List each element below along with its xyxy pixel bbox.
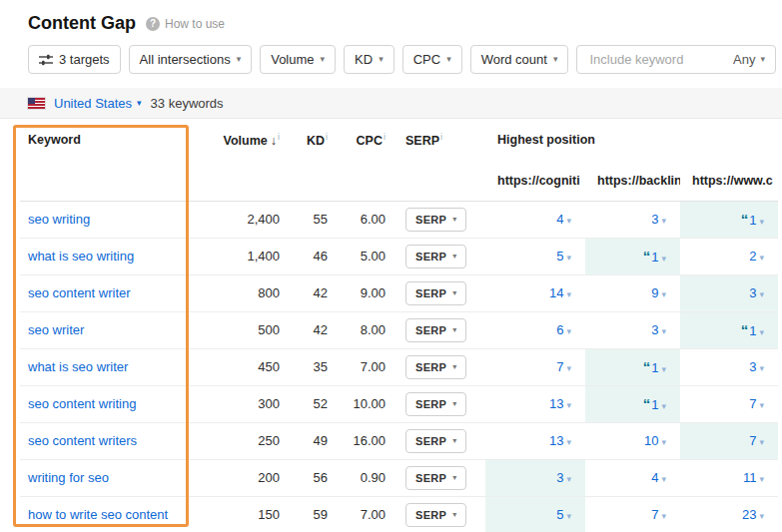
keyword-link[interactable]: what is seo writing	[28, 249, 134, 264]
table-row: seo content writing3005210.00SERP▾13▾“1▾…	[20, 385, 778, 422]
serp-button[interactable]: SERP▾	[405, 245, 466, 268]
chevron-down-icon[interactable]: ▾	[759, 289, 764, 299]
keyword-link[interactable]: how to write seo content	[28, 507, 168, 522]
keyword-link[interactable]: what is seo writer	[28, 359, 128, 374]
position-link[interactable]: 10	[644, 433, 658, 448]
column-header-volume[interactable]: Volume↓i	[190, 119, 290, 161]
position-link[interactable]: 23	[742, 507, 756, 522]
chevron-down-icon[interactable]: ▾	[566, 253, 571, 263]
position-link[interactable]: 13	[549, 433, 563, 448]
position-cell: 7▾	[680, 385, 778, 422]
include-keyword-input[interactable]	[587, 51, 733, 68]
kd-filter-dropdown[interactable]: KD ▾	[344, 45, 394, 74]
column-header-serp[interactable]: SERPi	[395, 119, 485, 161]
position-link[interactable]: 5	[556, 249, 563, 264]
position-link[interactable]: 7	[651, 507, 658, 522]
chevron-down-icon[interactable]: ▾	[661, 254, 666, 264]
column-header-keyword[interactable]: Keyword	[20, 119, 190, 161]
keyword-link[interactable]: seo content writing	[28, 396, 136, 411]
serp-button[interactable]: SERP▾	[405, 208, 466, 232]
chevron-down-icon[interactable]: ▾	[566, 289, 571, 299]
chevron-down-icon[interactable]: ▾	[661, 511, 666, 521]
keyword-link[interactable]: seo content writers	[28, 433, 137, 448]
target-url-header-1[interactable]: https://cogniti	[485, 161, 585, 201]
chevron-down-icon[interactable]: ▾	[566, 511, 571, 521]
column-header-cpc[interactable]: CPCi	[338, 119, 395, 161]
position-link[interactable]: 3	[651, 322, 658, 337]
chevron-down-icon[interactable]: ▾	[759, 253, 764, 263]
position-link[interactable]: 1	[749, 213, 756, 228]
chevron-down-icon[interactable]: ▾	[566, 437, 571, 447]
word-count-dropdown[interactable]: Word count ▾	[470, 45, 569, 74]
chevron-down-icon[interactable]: ▾	[566, 216, 571, 226]
chevron-down-icon[interactable]: ▾	[759, 327, 764, 337]
serp-cell: SERP▾	[395, 201, 485, 238]
chevron-down-icon[interactable]: ▾	[759, 437, 764, 447]
serp-cell: SERP▾	[395, 459, 485, 496]
chevron-down-icon[interactable]: ▾	[661, 401, 666, 411]
how-to-use-link[interactable]: ? How to use	[146, 17, 225, 31]
position-link[interactable]: 11	[743, 470, 757, 485]
position-link[interactable]: 1	[749, 323, 756, 338]
chevron-down-icon[interactable]: ▾	[661, 364, 666, 374]
position-link[interactable]: 9	[651, 285, 658, 300]
serp-button[interactable]: SERP▾	[405, 281, 466, 305]
chevron-down-icon[interactable]: ▾	[759, 474, 764, 484]
serp-button[interactable]: SERP▾	[405, 392, 466, 416]
position-link[interactable]: 2	[749, 249, 756, 264]
cpc-filter-dropdown[interactable]: CPC ▾	[402, 45, 462, 74]
position-link[interactable]: 1	[651, 360, 658, 375]
chevron-down-icon[interactable]: ▾	[661, 437, 666, 447]
serp-button[interactable]: SERP▾	[405, 503, 466, 527]
position-link[interactable]: 7	[749, 396, 756, 411]
chevron-down-icon[interactable]: ▾	[661, 216, 666, 226]
chevron-down-icon[interactable]: ▾	[759, 400, 764, 410]
chevron-down-icon[interactable]: ▾	[566, 363, 571, 373]
position-link[interactable]: 5	[556, 507, 563, 522]
chevron-down-icon[interactable]: ▾	[566, 474, 571, 484]
serp-button[interactable]: SERP▾	[405, 318, 466, 342]
position-link[interactable]: 14	[549, 285, 563, 300]
position-link[interactable]: 7	[749, 433, 756, 448]
cpc-value: 8.00	[338, 311, 395, 348]
target-url-header-3[interactable]: https://www.c	[680, 161, 778, 201]
cpc-filter-label: CPC	[413, 52, 440, 67]
chevron-down-icon[interactable]: ▾	[661, 474, 666, 484]
keyword-link[interactable]: writing for seo	[28, 470, 109, 485]
position-link[interactable]: 3	[749, 285, 756, 300]
target-url-header-2[interactable]: https://backlin	[585, 161, 680, 201]
volume-filter-dropdown[interactable]: Volume ▾	[260, 45, 336, 74]
chevron-down-icon[interactable]: ▾	[566, 326, 571, 336]
serp-button[interactable]: SERP▾	[405, 429, 466, 453]
intersections-dropdown[interactable]: All intersections ▾	[129, 45, 253, 74]
position-link[interactable]: 3	[651, 212, 658, 227]
position-link[interactable]: 3	[556, 470, 563, 485]
serp-button[interactable]: SERP▾	[405, 466, 466, 490]
position-link[interactable]: 4	[556, 212, 563, 227]
position-link[interactable]: 13	[549, 396, 563, 411]
keyword-link[interactable]: seo content writer	[28, 285, 131, 300]
chevron-down-icon[interactable]: ▾	[759, 363, 764, 373]
position-link[interactable]: 1	[651, 397, 658, 412]
targets-label: 3 targets	[59, 52, 110, 67]
position-cell: 13▾	[485, 385, 585, 422]
cpc-value: 6.00	[338, 201, 395, 238]
chevron-down-icon[interactable]: ▾	[759, 217, 764, 227]
chevron-down-icon[interactable]: ▾	[566, 400, 571, 410]
position-link[interactable]: 4	[651, 470, 658, 485]
chevron-down-icon[interactable]: ▾	[661, 289, 666, 299]
targets-button[interactable]: 3 targets	[28, 45, 121, 74]
position-link[interactable]: 7	[556, 359, 563, 374]
position-link[interactable]: 3	[749, 359, 756, 374]
chevron-down-icon[interactable]: ▾	[661, 326, 666, 336]
position-link[interactable]: 6	[556, 322, 563, 337]
country-dropdown[interactable]: United States ▾	[54, 96, 142, 111]
keyword-link[interactable]: seo writer	[28, 322, 84, 337]
chevron-down-icon[interactable]: ▾	[759, 511, 764, 521]
keyword-link[interactable]: seo writing	[28, 212, 90, 227]
any-dropdown[interactable]: Any ▾	[733, 52, 765, 67]
serp-button[interactable]: SERP▾	[405, 355, 466, 379]
position-link[interactable]: 1	[651, 250, 658, 265]
column-header-kd[interactable]: KDi	[290, 119, 338, 161]
serp-button-label: SERP	[415, 287, 446, 299]
